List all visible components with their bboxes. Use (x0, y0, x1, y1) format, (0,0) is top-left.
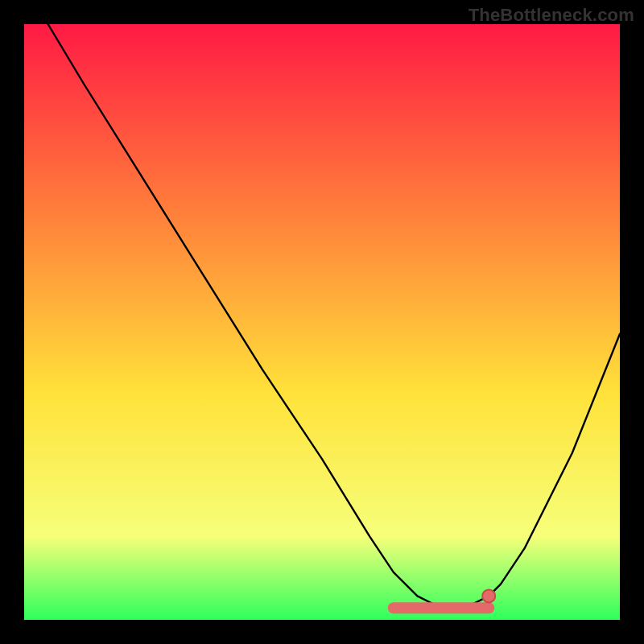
watermark-text: TheBottleneck.com (469, 5, 634, 26)
chart-frame: TheBottleneck.com (0, 0, 644, 644)
optimal-point-marker (482, 589, 495, 602)
chart-svg (24, 24, 620, 620)
gradient-background (24, 24, 620, 620)
plot-area (24, 24, 620, 620)
